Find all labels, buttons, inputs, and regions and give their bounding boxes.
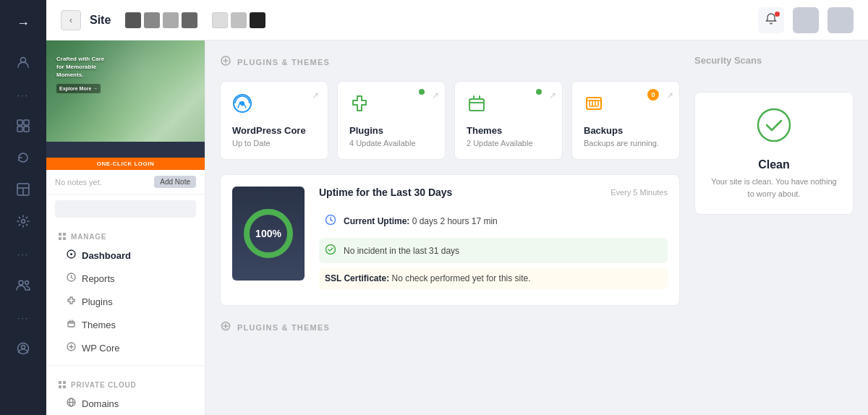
refresh-icon xyxy=(17,151,30,168)
check-circle-icon xyxy=(325,244,336,257)
topbar: ‹ Site xyxy=(46,0,868,40)
swatch-2[interactable] xyxy=(144,12,160,28)
table-icon xyxy=(17,183,30,200)
swatch-7[interactable] xyxy=(250,12,265,28)
nav-item-themes[interactable]: Themes xyxy=(46,313,205,336)
notes-text: No notes yet. xyxy=(55,178,102,187)
card-arrow-backups: ↗ xyxy=(666,90,673,100)
wordpress-icon xyxy=(232,93,316,118)
sidebar-icon-user[interactable] xyxy=(9,49,38,78)
themes-icon xyxy=(67,319,76,330)
theme-icon xyxy=(467,93,550,118)
svg-rect-32 xyxy=(469,99,484,111)
svg-point-12 xyxy=(22,345,25,348)
preview-text-line2: for Memorable xyxy=(56,63,104,71)
sidebar-icon-dots-3[interactable]: ··· xyxy=(9,304,38,333)
svg-rect-1 xyxy=(17,120,22,125)
svg-rect-14 xyxy=(63,233,66,236)
site-preview: Crafted with Care for Memorable Moments.… xyxy=(46,40,205,170)
security-scans-title: Security Scans xyxy=(694,55,854,66)
private-cloud-label: PRIVATE CLOUD xyxy=(46,372,205,392)
svg-rect-25 xyxy=(63,385,66,388)
nav-item-domains[interactable]: Domains xyxy=(46,392,205,415)
card-arrow-themes: ↗ xyxy=(549,90,556,100)
swatch-6[interactable] xyxy=(231,12,247,28)
themes-label: Themes xyxy=(82,320,116,330)
svg-rect-22 xyxy=(59,381,61,384)
card-wordpress-core[interactable]: ↗ WordPress Core Up to Date xyxy=(220,81,328,160)
svg-point-18 xyxy=(70,253,72,255)
sidebar-icon-arrow[interactable]: → xyxy=(9,9,38,38)
svg-rect-15 xyxy=(59,237,61,240)
sidebar-icon-grid[interactable] xyxy=(9,113,38,142)
right-content: PLUGINS & THEMES ↗ xyxy=(205,40,868,415)
add-note-button[interactable]: Add Note xyxy=(154,176,196,188)
swatch-5[interactable] xyxy=(212,12,228,28)
left-panel: Crafted with Care for Memorable Moments.… xyxy=(46,40,205,415)
swatch-4[interactable] xyxy=(182,12,197,28)
dashboard-icon xyxy=(67,249,76,261)
card-arrow-wp: ↗ xyxy=(312,90,319,100)
reports-icon xyxy=(67,273,76,284)
second-plugins-themes-icon xyxy=(220,320,231,335)
color-swatches xyxy=(125,12,197,28)
ssl-value: No check performed yet for this site. xyxy=(391,273,530,283)
nav-item-dashboard[interactable]: Dashboard xyxy=(46,244,205,267)
security-check-icon xyxy=(710,107,838,150)
chevron-left-icon: ‹ xyxy=(69,15,72,25)
sidebar-icon-people[interactable] xyxy=(9,272,38,301)
uptime-info: Uptime for the Last 30 Days Every 5 Minu… xyxy=(319,187,668,294)
card-backups[interactable]: 0 ↗ Backups Backups are running. xyxy=(571,81,680,160)
plugin-icon xyxy=(349,93,433,118)
user-circle-icon xyxy=(16,55,30,73)
sidebar-icon-table[interactable] xyxy=(9,176,38,205)
themes-card-subtitle: 2 Update Available xyxy=(467,139,550,147)
main-section: PLUGINS & THEMES ↗ xyxy=(220,55,680,401)
plugins-status-dot xyxy=(419,89,425,95)
svg-rect-4 xyxy=(24,127,29,132)
svg-rect-13 xyxy=(59,233,61,236)
swatch-1[interactable] xyxy=(125,12,141,28)
nav-item-wpcore[interactable]: WP Core xyxy=(46,336,205,359)
user-avatar-2[interactable] xyxy=(827,7,854,33)
plugins-label: Plugins xyxy=(82,296,113,307)
svg-rect-2 xyxy=(24,120,29,125)
manage-label: MANAGE xyxy=(71,233,106,241)
sidebar-icon-profile[interactable] xyxy=(9,335,38,364)
card-themes[interactable]: ↗ Themes 2 Update Available xyxy=(454,81,563,160)
swatch-3[interactable] xyxy=(163,12,179,28)
card-arrow-plugins: ↗ xyxy=(432,90,439,100)
sidebar-icon-refresh[interactable] xyxy=(9,145,38,174)
uptime-stat-ssl: SSL Certificate: No check performed yet … xyxy=(319,268,668,289)
svg-rect-3 xyxy=(17,127,22,132)
second-plugins-themes-title: PLUGINS & THEMES xyxy=(237,323,330,332)
user-avatar[interactable] xyxy=(793,7,819,33)
security-status-label: Clean xyxy=(710,158,838,171)
one-click-login-badge[interactable]: ONE-CLICK LOGIN xyxy=(46,158,205,170)
backups-subtitle: Backups are running. xyxy=(584,139,668,147)
back-button[interactable]: ‹ xyxy=(61,10,81,30)
notification-dot xyxy=(775,12,780,17)
sidebar-icon-dots-1[interactable]: ··· xyxy=(9,81,38,110)
svg-rect-33 xyxy=(587,98,601,109)
uptime-percentage-text: 100% xyxy=(255,228,281,239)
sidebar-icon-settings[interactable] xyxy=(9,208,38,237)
preview-text-line3: Moments. xyxy=(56,71,104,79)
svg-point-10 xyxy=(25,281,29,284)
sidebar-icons: → ··· xyxy=(0,0,46,415)
people-icon xyxy=(16,278,30,295)
site-preview-overlay: Crafted with Care for Memorable Moments.… xyxy=(56,55,104,93)
second-plugins-themes-header: PLUGINS & THEMES xyxy=(220,320,680,335)
wp-core-subtitle: Up to Date xyxy=(232,139,316,147)
sidebar-icon-dots-2[interactable]: ··· xyxy=(9,240,38,269)
card-plugins[interactable]: ↗ Plugins 4 Update Available xyxy=(337,81,446,160)
site-url-bar xyxy=(55,200,196,218)
gear-icon xyxy=(17,215,30,231)
nav-item-reports[interactable]: Reports xyxy=(46,267,205,290)
notifications-button[interactable] xyxy=(758,7,784,33)
themes-status-dot xyxy=(536,89,542,95)
grid-icon xyxy=(17,119,30,136)
nav-item-plugins[interactable]: Plugins xyxy=(46,290,205,313)
site-notes: No notes yet. Add Note xyxy=(46,170,205,194)
wp-core-title: WordPress Core xyxy=(232,125,316,136)
